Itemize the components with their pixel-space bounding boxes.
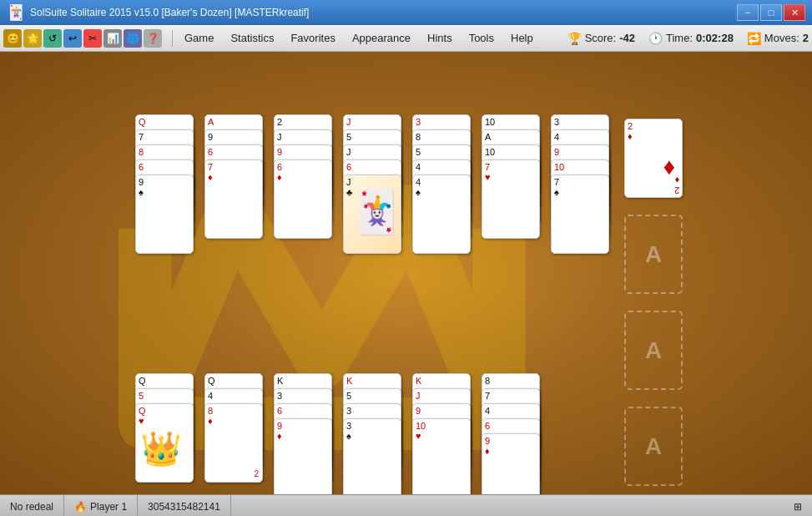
toolbar-icon-1[interactable]: 😊 [3,29,22,48]
flame-icon: 🔥 [74,501,87,513]
game-area[interactable]: A A A A 2♦ ♦ 2♦ Q♥ 👑 7♠ 8♥ 6♥ 9♠ Q♠ 5♥ [0,52,812,494]
seed-text: 3054315482141 [148,501,220,513]
time-display: 🕐 Time: 0:02:28 [648,32,734,45]
card[interactable]: 6♦ [274,159,332,239]
menu-game[interactable]: Game [176,28,222,48]
player-text: Player 1 [90,501,127,513]
score-display: 🏆 Score: -42 [567,32,635,45]
menu-status: 🏆 Score: -42 🕐 Time: 0:02:28 🔁 Moves: 2 [567,32,809,45]
score-value: -42 [619,32,635,44]
status-player: 🔥 Player 1 [64,495,138,516]
card[interactable]: 9♦ [274,418,332,494]
titlebar-left: 🃏 SolSuite Solitaire 2015 v15.0 [Baker's… [7,3,309,22]
toolbar-icon-3[interactable]: ↺ [43,29,62,48]
toolbar-icon-2[interactable]: 🌟 [23,29,42,48]
menu-favorites[interactable]: Favorites [282,28,343,48]
time-value: 0:02:28 [696,32,734,44]
menu-help[interactable]: Help [502,28,542,48]
foundation-slot-4[interactable]: A [624,407,683,486]
toolbar-icon-8[interactable]: ❓ [144,29,162,48]
menu-bar: 😊 🌟 ↺ ↩ ✂ 📊 🌐 ❓ Game Statistics Favorite… [0,25,812,52]
toolbar-icon-4[interactable]: ↩ [63,29,82,48]
moves-label: Moves: [764,32,799,44]
toolbar-icon-6[interactable]: 📊 [103,29,122,48]
foundation-card-1[interactable]: 2♦ ♦ 2♦ [624,119,683,198]
card-rank-top: 2♦ [628,121,633,141]
menu-tools[interactable]: Tools [461,28,502,48]
moves-display: 🔁 Moves: 2 [747,32,809,45]
card-rank-bottom: 2♦ [674,175,679,195]
watermark [0,52,812,494]
app-icon: 🃏 [7,3,25,22]
card[interactable]: Q♥ 👑 [135,403,194,483]
close-button[interactable]: ✕ [784,4,805,21]
minimize-button[interactable]: − [737,4,759,21]
foundation-slot-2[interactable]: A [624,215,683,294]
score-label: Score: [585,32,617,44]
card-jack-face[interactable]: J♣ 🃏 [343,175,401,254]
foundation-slot-3[interactable]: A [624,311,683,390]
time-label: Time: [666,32,693,44]
resize-icon[interactable]: ⊞ [794,501,802,513]
card[interactable]: 7♦ [204,159,263,239]
title-bar: 🃏 SolSuite Solitaire 2015 v15.0 [Baker's… [0,0,812,25]
menu-hints[interactable]: Hints [419,28,461,48]
status-bar: No redeal 🔥 Player 1 3054315482141 ⊞ [0,494,812,516]
card[interactable]: 9♠ [135,175,194,254]
card-suit-center: ♦ [663,154,675,180]
status-resize[interactable]: ⊞ [784,495,812,516]
menu-statistics[interactable]: Statistics [222,28,282,48]
toolbar-icon-5[interactable]: ✂ [83,29,102,48]
card[interactable]: 8♦ 2 [204,403,263,483]
card[interactable]: 4♠ [412,175,471,254]
status-no-redeal: No redeal [0,495,64,516]
card[interactable]: 7♠ [551,175,609,254]
toolbar-icon-7[interactable]: 🌐 [124,29,142,48]
moves-value: 2 [803,32,809,44]
titlebar-controls: − □ ✕ [737,4,805,21]
card[interactable]: 9♦ [482,433,540,494]
card[interactable]: 7♥ [482,159,540,239]
menu-appearance[interactable]: Appearance [344,28,419,48]
app-title: SolSuite Solitaire 2015 v15.0 [Baker's D… [30,7,309,18]
card[interactable]: 10♥ [412,418,471,494]
menu-separator-1 [172,30,173,47]
card[interactable]: 3♠ [343,418,401,494]
no-redeal-text: No redeal [10,501,53,513]
maximize-button[interactable]: □ [760,4,782,21]
status-seed: 3054315482141 [138,495,231,516]
toolbar-icons: 😊 🌟 ↺ ↩ ✂ 📊 🌐 ❓ [3,29,162,48]
